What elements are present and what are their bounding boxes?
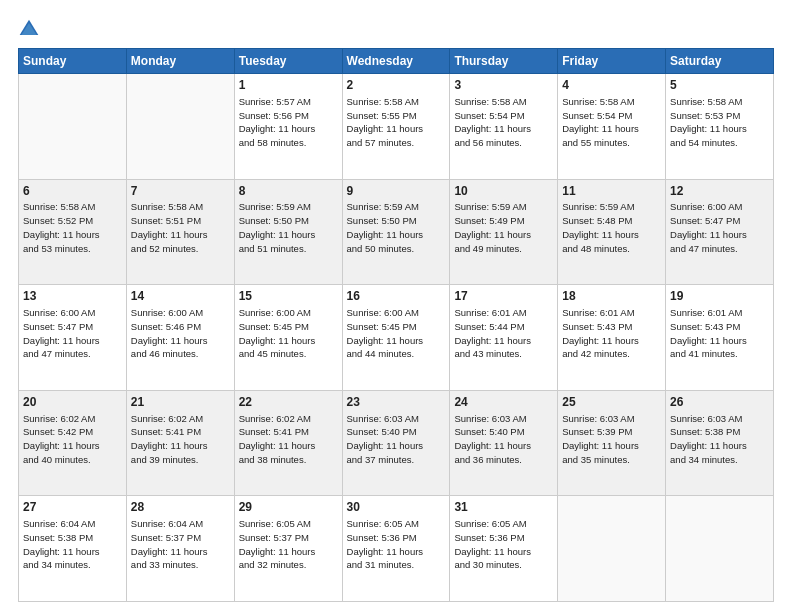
day-info: Sunrise: 6:03 AM Sunset: 5:40 PM Dayligh… (454, 412, 553, 467)
day-number: 14 (131, 288, 230, 305)
day-number: 17 (454, 288, 553, 305)
weekday-header: Sunday (19, 49, 127, 74)
calendar-day-cell: 6Sunrise: 5:58 AM Sunset: 5:52 PM Daylig… (19, 179, 127, 285)
day-info: Sunrise: 6:00 AM Sunset: 5:45 PM Dayligh… (239, 306, 338, 361)
day-info: Sunrise: 6:01 AM Sunset: 5:43 PM Dayligh… (562, 306, 661, 361)
calendar-day-cell: 19Sunrise: 6:01 AM Sunset: 5:43 PM Dayli… (666, 285, 774, 391)
calendar-day-cell: 11Sunrise: 5:59 AM Sunset: 5:48 PM Dayli… (558, 179, 666, 285)
day-number: 1 (239, 77, 338, 94)
day-info: Sunrise: 6:03 AM Sunset: 5:38 PM Dayligh… (670, 412, 769, 467)
calendar-day-cell: 8Sunrise: 5:59 AM Sunset: 5:50 PM Daylig… (234, 179, 342, 285)
weekday-header: Wednesday (342, 49, 450, 74)
day-number: 27 (23, 499, 122, 516)
day-info: Sunrise: 5:58 AM Sunset: 5:51 PM Dayligh… (131, 200, 230, 255)
day-number: 4 (562, 77, 661, 94)
day-info: Sunrise: 6:03 AM Sunset: 5:39 PM Dayligh… (562, 412, 661, 467)
day-number: 6 (23, 183, 122, 200)
calendar-day-cell: 5Sunrise: 5:58 AM Sunset: 5:53 PM Daylig… (666, 74, 774, 180)
calendar-day-cell: 3Sunrise: 5:58 AM Sunset: 5:54 PM Daylig… (450, 74, 558, 180)
calendar-week-row: 27Sunrise: 6:04 AM Sunset: 5:38 PM Dayli… (19, 496, 774, 602)
calendar-day-cell: 4Sunrise: 5:58 AM Sunset: 5:54 PM Daylig… (558, 74, 666, 180)
calendar-day-cell (126, 74, 234, 180)
day-number: 28 (131, 499, 230, 516)
calendar-day-cell: 18Sunrise: 6:01 AM Sunset: 5:43 PM Dayli… (558, 285, 666, 391)
day-info: Sunrise: 6:04 AM Sunset: 5:38 PM Dayligh… (23, 517, 122, 572)
day-number: 22 (239, 394, 338, 411)
day-info: Sunrise: 5:59 AM Sunset: 5:50 PM Dayligh… (347, 200, 446, 255)
day-info: Sunrise: 6:02 AM Sunset: 5:42 PM Dayligh… (23, 412, 122, 467)
calendar-week-row: 20Sunrise: 6:02 AM Sunset: 5:42 PM Dayli… (19, 390, 774, 496)
day-number: 26 (670, 394, 769, 411)
calendar-day-cell: 29Sunrise: 6:05 AM Sunset: 5:37 PM Dayli… (234, 496, 342, 602)
day-info: Sunrise: 6:02 AM Sunset: 5:41 PM Dayligh… (131, 412, 230, 467)
day-number: 16 (347, 288, 446, 305)
day-info: Sunrise: 6:05 AM Sunset: 5:37 PM Dayligh… (239, 517, 338, 572)
calendar-week-row: 13Sunrise: 6:00 AM Sunset: 5:47 PM Dayli… (19, 285, 774, 391)
day-info: Sunrise: 5:59 AM Sunset: 5:50 PM Dayligh… (239, 200, 338, 255)
calendar-table: SundayMondayTuesdayWednesdayThursdayFrid… (18, 48, 774, 602)
day-info: Sunrise: 5:57 AM Sunset: 5:56 PM Dayligh… (239, 95, 338, 150)
logo-icon (18, 18, 40, 40)
day-number: 9 (347, 183, 446, 200)
day-number: 15 (239, 288, 338, 305)
calendar-day-cell: 27Sunrise: 6:04 AM Sunset: 5:38 PM Dayli… (19, 496, 127, 602)
calendar-day-cell: 26Sunrise: 6:03 AM Sunset: 5:38 PM Dayli… (666, 390, 774, 496)
day-number: 2 (347, 77, 446, 94)
calendar-day-cell: 7Sunrise: 5:58 AM Sunset: 5:51 PM Daylig… (126, 179, 234, 285)
calendar-day-cell (666, 496, 774, 602)
day-info: Sunrise: 6:05 AM Sunset: 5:36 PM Dayligh… (347, 517, 446, 572)
calendar-week-row: 1Sunrise: 5:57 AM Sunset: 5:56 PM Daylig… (19, 74, 774, 180)
day-number: 18 (562, 288, 661, 305)
day-number: 19 (670, 288, 769, 305)
day-info: Sunrise: 5:58 AM Sunset: 5:54 PM Dayligh… (562, 95, 661, 150)
day-number: 20 (23, 394, 122, 411)
calendar-header-row: SundayMondayTuesdayWednesdayThursdayFrid… (19, 49, 774, 74)
day-info: Sunrise: 5:59 AM Sunset: 5:48 PM Dayligh… (562, 200, 661, 255)
day-number: 21 (131, 394, 230, 411)
calendar-day-cell: 25Sunrise: 6:03 AM Sunset: 5:39 PM Dayli… (558, 390, 666, 496)
calendar-day-cell: 2Sunrise: 5:58 AM Sunset: 5:55 PM Daylig… (342, 74, 450, 180)
calendar-day-cell: 16Sunrise: 6:00 AM Sunset: 5:45 PM Dayli… (342, 285, 450, 391)
day-info: Sunrise: 5:59 AM Sunset: 5:49 PM Dayligh… (454, 200, 553, 255)
day-info: Sunrise: 5:58 AM Sunset: 5:53 PM Dayligh… (670, 95, 769, 150)
day-number: 11 (562, 183, 661, 200)
day-info: Sunrise: 6:01 AM Sunset: 5:43 PM Dayligh… (670, 306, 769, 361)
day-info: Sunrise: 6:02 AM Sunset: 5:41 PM Dayligh… (239, 412, 338, 467)
day-number: 30 (347, 499, 446, 516)
day-info: Sunrise: 6:03 AM Sunset: 5:40 PM Dayligh… (347, 412, 446, 467)
day-number: 7 (131, 183, 230, 200)
page: SundayMondayTuesdayWednesdayThursdayFrid… (0, 0, 792, 612)
weekday-header: Tuesday (234, 49, 342, 74)
day-number: 31 (454, 499, 553, 516)
weekday-header: Saturday (666, 49, 774, 74)
day-number: 25 (562, 394, 661, 411)
day-info: Sunrise: 6:00 AM Sunset: 5:46 PM Dayligh… (131, 306, 230, 361)
calendar-day-cell: 22Sunrise: 6:02 AM Sunset: 5:41 PM Dayli… (234, 390, 342, 496)
day-info: Sunrise: 5:58 AM Sunset: 5:54 PM Dayligh… (454, 95, 553, 150)
day-info: Sunrise: 6:00 AM Sunset: 5:47 PM Dayligh… (23, 306, 122, 361)
calendar-day-cell: 10Sunrise: 5:59 AM Sunset: 5:49 PM Dayli… (450, 179, 558, 285)
day-info: Sunrise: 6:01 AM Sunset: 5:44 PM Dayligh… (454, 306, 553, 361)
day-info: Sunrise: 5:58 AM Sunset: 5:55 PM Dayligh… (347, 95, 446, 150)
weekday-header: Friday (558, 49, 666, 74)
calendar-day-cell: 12Sunrise: 6:00 AM Sunset: 5:47 PM Dayli… (666, 179, 774, 285)
day-number: 24 (454, 394, 553, 411)
header (18, 18, 774, 40)
calendar-day-cell: 28Sunrise: 6:04 AM Sunset: 5:37 PM Dayli… (126, 496, 234, 602)
calendar-day-cell: 31Sunrise: 6:05 AM Sunset: 5:36 PM Dayli… (450, 496, 558, 602)
calendar-day-cell: 17Sunrise: 6:01 AM Sunset: 5:44 PM Dayli… (450, 285, 558, 391)
calendar-day-cell: 23Sunrise: 6:03 AM Sunset: 5:40 PM Dayli… (342, 390, 450, 496)
day-info: Sunrise: 5:58 AM Sunset: 5:52 PM Dayligh… (23, 200, 122, 255)
weekday-header: Monday (126, 49, 234, 74)
day-number: 3 (454, 77, 553, 94)
calendar-day-cell: 21Sunrise: 6:02 AM Sunset: 5:41 PM Dayli… (126, 390, 234, 496)
day-number: 29 (239, 499, 338, 516)
calendar-day-cell (558, 496, 666, 602)
calendar-day-cell: 1Sunrise: 5:57 AM Sunset: 5:56 PM Daylig… (234, 74, 342, 180)
day-number: 10 (454, 183, 553, 200)
calendar-day-cell: 20Sunrise: 6:02 AM Sunset: 5:42 PM Dayli… (19, 390, 127, 496)
day-number: 23 (347, 394, 446, 411)
day-number: 12 (670, 183, 769, 200)
day-info: Sunrise: 6:00 AM Sunset: 5:47 PM Dayligh… (670, 200, 769, 255)
day-number: 13 (23, 288, 122, 305)
